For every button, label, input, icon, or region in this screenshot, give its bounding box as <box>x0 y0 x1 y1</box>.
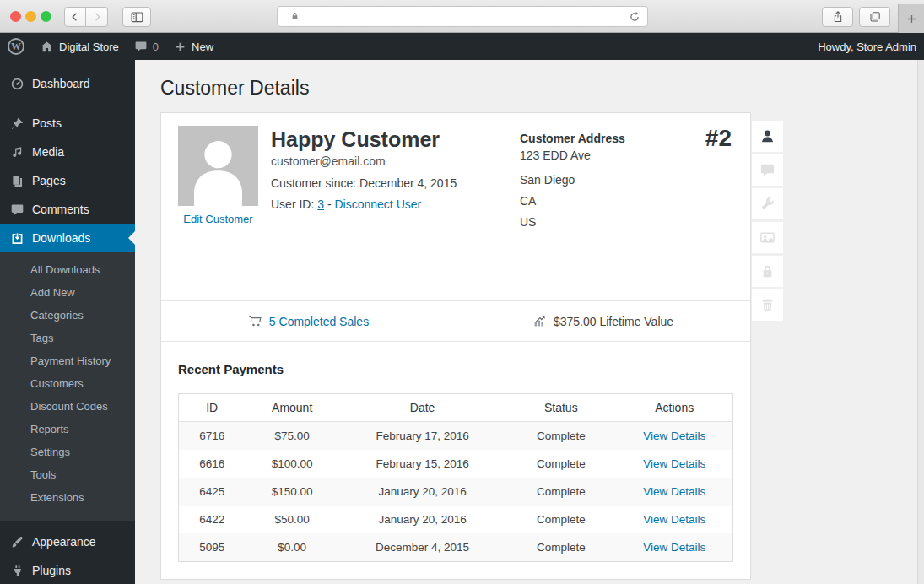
view-details-link[interactable]: View Details <box>643 485 705 498</box>
admin-sidebar: Dashboard Posts Media Pages <box>0 60 135 584</box>
address-bar[interactable] <box>277 6 648 27</box>
forward-button[interactable] <box>86 7 108 27</box>
completed-sales-link[interactable]: 5 Completed Sales <box>269 315 369 328</box>
sidebar-item-label: Dashboard <box>32 77 90 90</box>
submenu-item-discount-codes[interactable]: Discount Codes <box>0 395 135 418</box>
submenu-item-payment-history[interactable]: Payment History <box>0 349 135 372</box>
share-button[interactable] <box>822 7 853 27</box>
sidebar-item-label: Posts <box>32 116 62 130</box>
minimize-button[interactable] <box>25 11 36 22</box>
view-details-link[interactable]: View Details <box>643 513 705 526</box>
sidebar-item-posts[interactable]: Posts <box>0 109 135 138</box>
dashboard-icon <box>8 75 25 92</box>
submenu-item-add-new[interactable]: Add New <box>0 281 135 304</box>
customer-stats: 5 Completed Sales $375.00 Lifetime Value <box>161 300 750 342</box>
close-button[interactable] <box>10 11 21 22</box>
home-icon <box>40 40 54 54</box>
submenu-item-tags[interactable]: Tags <box>0 327 135 349</box>
payments-table: ID Amount Date Status Actions 6716 $75.0… <box>178 393 733 562</box>
payment-status: Complete <box>505 422 616 451</box>
sidebar-toggle-icon <box>130 10 144 24</box>
new-tab-icon <box>906 14 917 24</box>
comment-icon <box>759 162 775 178</box>
wordpress-logo-icon: W <box>8 38 24 55</box>
customer-email: customer@email.com <box>271 154 457 168</box>
view-details-link[interactable]: View Details <box>643 430 705 442</box>
browser-chrome <box>0 0 924 33</box>
view-details-link[interactable]: View Details <box>643 457 705 470</box>
scrollbar[interactable] <box>917 60 924 584</box>
payment-id: 6716 <box>179 422 246 451</box>
user-id-link[interactable]: 3 <box>317 197 324 211</box>
sidebar-item-label: Appearance <box>32 535 96 549</box>
payment-id: 6616 <box>179 450 246 478</box>
download-icon <box>8 230 25 246</box>
sidebar-item-pages[interactable]: Pages <box>0 166 135 195</box>
tab-reset-password[interactable] <box>752 256 783 287</box>
column-header-amount: Amount <box>245 394 339 422</box>
address-city: San Diego <box>520 173 625 187</box>
payment-status: Complete <box>505 450 616 478</box>
disconnect-user-link[interactable]: Disconnect User <box>334 197 421 211</box>
sidebar-item-appearance[interactable]: Appearance <box>0 527 135 556</box>
downloads-submenu: All Downloads Add New Categories Tags Pa… <box>0 252 135 521</box>
column-header-actions: Actions <box>617 394 733 422</box>
edit-customer-link[interactable]: Edit Customer <box>183 213 252 225</box>
payment-amount: $50.00 <box>245 506 339 533</box>
site-name-menu[interactable]: Digital Store <box>32 33 127 60</box>
comments-menu[interactable]: 0 <box>127 33 166 60</box>
view-details-link[interactable]: View Details <box>643 541 705 554</box>
tab-notes[interactable] <box>752 154 783 186</box>
reload-icon[interactable] <box>628 10 641 24</box>
sidebar-toggle-button[interactable] <box>122 7 151 27</box>
customer-address: Customer Address 123 EDD Ave San Diego C… <box>520 132 625 229</box>
tab-login-as-user[interactable] <box>752 222 783 253</box>
howdy-menu[interactable]: Howdy, Store Admin <box>818 41 924 53</box>
customer-info-section: Edit Customer Happy Customer customer@em… <box>161 113 750 300</box>
address-street: 123 EDD Ave <box>520 149 625 162</box>
submenu-item-customers[interactable]: Customers <box>0 372 135 395</box>
payment-date: January 20, 2016 <box>339 478 505 506</box>
submenu-item-settings[interactable]: Settings <box>0 441 135 463</box>
new-content-menu[interactable]: New <box>166 33 221 60</box>
site-name: Digital Store <box>59 41 119 53</box>
user-icon <box>759 128 775 144</box>
plus-icon <box>174 41 186 53</box>
payment-id: 6425 <box>179 478 246 506</box>
new-label: New <box>192 41 213 53</box>
lock-icon <box>759 263 775 279</box>
sidebar-item-downloads[interactable]: Downloads <box>0 224 135 252</box>
wp-logo-menu[interactable]: W <box>0 33 32 60</box>
avatar <box>178 126 258 206</box>
submenu-item-reports[interactable]: Reports <box>0 418 135 441</box>
sidebar-item-dashboard[interactable]: Dashboard <box>0 69 135 98</box>
howdy-text: Howdy, Store Admin <box>818 41 916 53</box>
sidebar-item-plugins[interactable]: Plugins <box>0 556 135 584</box>
tab-profile[interactable] <box>752 121 783 152</box>
payment-amount: $75.00 <box>245 422 339 451</box>
customer-user-id-row: User ID: 3 - Disconnect User <box>271 197 457 211</box>
zoom-button[interactable] <box>41 11 51 22</box>
table-row: 6425 $150.00 January 20, 2016 Complete V… <box>179 478 733 506</box>
submenu-item-categories[interactable]: Categories <box>0 304 135 327</box>
submenu-item-tools[interactable]: Tools <box>0 463 135 486</box>
submenu-item-extensions[interactable]: Extensions <box>0 486 135 509</box>
address-state: CA <box>520 194 625 208</box>
brush-icon <box>8 533 25 550</box>
table-row: 5095 $0.00 December 4, 2015 Complete Vie… <box>179 533 733 562</box>
tab-tools[interactable] <box>752 188 783 219</box>
tab-overview-button[interactable] <box>859 7 890 27</box>
submenu-item-all-downloads[interactable]: All Downloads <box>0 258 135 281</box>
pages-icon <box>8 172 25 189</box>
sidebar-item-media[interactable]: Media <box>0 138 135 166</box>
user-id-label: User ID: <box>271 197 314 211</box>
forward-icon <box>91 11 103 23</box>
tab-delete[interactable] <box>752 289 783 321</box>
payment-amount: $0.00 <box>245 533 339 562</box>
customer-since: Customer since: December 4, 2015 <box>271 176 457 190</box>
new-tab-button[interactable] <box>898 4 924 33</box>
back-button[interactable] <box>64 7 86 27</box>
sidebar-item-comments[interactable]: Comments <box>0 195 135 224</box>
payment-date: February 15, 2016 <box>339 450 505 478</box>
cart-icon <box>248 314 262 328</box>
